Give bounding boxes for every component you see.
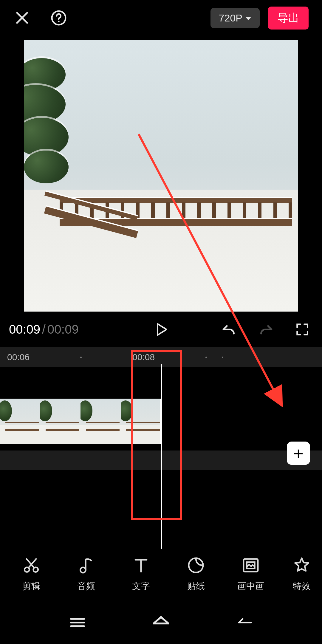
redo-icon — [258, 321, 274, 338]
timeline[interactable]: 00:06 00:08 + — [0, 347, 322, 568]
tool-label: 音频 — [77, 580, 95, 592]
ruler-dot — [80, 357, 82, 358]
preview-scene-deck — [60, 189, 292, 234]
undo-icon — [221, 321, 237, 338]
tool-text[interactable]: 文字 — [128, 556, 154, 592]
tool-audio[interactable]: 音频 — [73, 556, 100, 592]
sticker-icon — [186, 556, 205, 575]
chevron-down-icon — [245, 17, 251, 20]
ruler-label: 00:06 — [7, 352, 30, 362]
nav-menu-button[interactable] — [66, 612, 89, 635]
video-clip[interactable] — [0, 399, 161, 444]
menu-icon — [66, 612, 89, 634]
tool-label: 贴纸 — [187, 580, 205, 592]
preview-scene-tree — [24, 58, 83, 183]
video-preview[interactable] — [24, 40, 298, 312]
system-nav-bar — [0, 602, 322, 644]
tool-cut[interactable]: 剪辑 — [18, 556, 45, 592]
ruler-dot — [205, 357, 207, 358]
close-button[interactable] — [13, 9, 31, 27]
top-toolbar: 720P 导出 — [0, 0, 322, 36]
fullscreen-icon — [295, 322, 310, 337]
add-clip-button[interactable]: + — [287, 442, 310, 465]
nav-home-button[interactable] — [150, 612, 172, 635]
tool-strip: 剪辑 音频 文字 贴纸 画中画 特效 — [0, 546, 322, 602]
star-icon — [292, 556, 311, 575]
resolution-label: 720P — [219, 12, 242, 24]
time-separator: / — [42, 322, 46, 337]
play-icon — [153, 321, 169, 338]
ruler-dot — [222, 357, 223, 358]
current-time: 00:09 — [9, 322, 40, 337]
tool-sticker[interactable]: 贴纸 — [182, 556, 209, 592]
tool-effects[interactable]: 特效 — [292, 556, 311, 592]
fullscreen-button[interactable] — [295, 322, 310, 337]
svg-point-4 — [80, 567, 86, 572]
ruler-label: 00:08 — [132, 352, 155, 362]
scissors-icon — [22, 556, 41, 575]
preview-area — [0, 36, 322, 312]
resolution-button[interactable]: 720P — [210, 8, 260, 28]
close-icon — [13, 9, 31, 27]
undo-button[interactable] — [221, 321, 237, 338]
plus-icon: + — [293, 443, 304, 463]
tool-label: 画中画 — [237, 580, 264, 592]
home-icon — [150, 612, 172, 634]
svg-point-1 — [58, 21, 59, 22]
redo-button — [258, 321, 274, 338]
nav-back-button[interactable] — [233, 612, 256, 635]
tool-label: 特效 — [293, 580, 311, 592]
tool-pip[interactable]: 画中画 — [237, 556, 264, 592]
tool-label: 文字 — [132, 580, 150, 592]
help-icon — [50, 9, 67, 27]
text-icon — [131, 556, 151, 575]
back-icon — [233, 612, 256, 634]
clip-thumbnail — [0, 399, 40, 444]
music-note-icon — [77, 556, 96, 575]
help-button[interactable] — [50, 9, 67, 27]
pip-icon — [241, 556, 260, 575]
duration-time: 00:09 — [47, 322, 79, 337]
playback-controls: 00:09 / 00:09 — [0, 312, 322, 347]
clip-thumbnail — [80, 399, 121, 444]
timeline-playhead[interactable] — [161, 364, 162, 549]
export-button[interactable]: 导出 — [268, 7, 309, 30]
timeline-tracks[interactable]: + — [0, 367, 322, 568]
clip-thumbnail — [40, 399, 80, 444]
play-button[interactable] — [153, 321, 169, 338]
export-label: 导出 — [278, 12, 299, 24]
tool-label: 剪辑 — [22, 580, 40, 592]
clip-thumbnail — [121, 399, 161, 444]
